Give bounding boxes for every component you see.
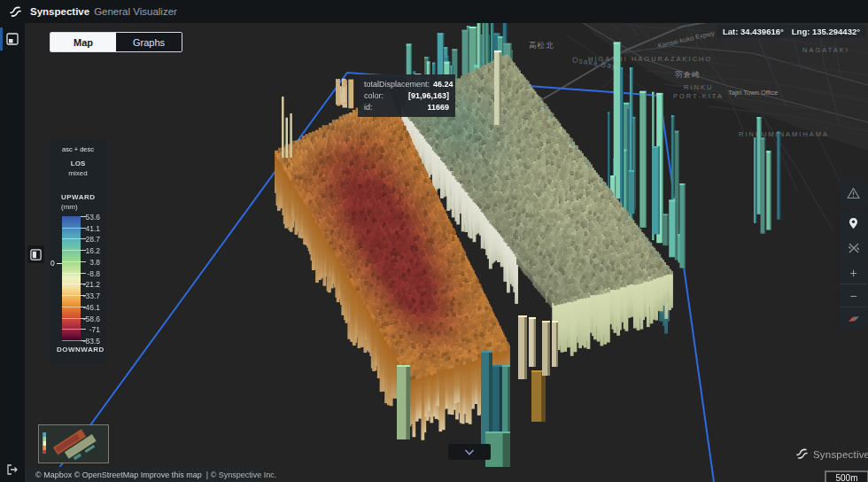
top-bar: Synspective General Visualizer — [0, 0, 868, 23]
legend-tick-label: 41.1 — [70, 224, 100, 233]
left-sidebar — [0, 23, 25, 482]
legend-segment-line — [62, 284, 81, 284]
scale-label: 500m — [835, 473, 857, 482]
legend-los-mode: mixed — [50, 169, 106, 177]
tab-map[interactable]: Map — [50, 33, 116, 51]
axes-toggle-button[interactable] — [840, 236, 867, 260]
sidebar-active-accent — [0, 27, 3, 51]
minimap[interactable] — [38, 424, 109, 463]
zoom-out-button[interactable]: − — [840, 284, 867, 307]
legend-segment-line — [62, 340, 81, 341]
attribution-synspective: | © Synspective Inc. — [206, 470, 277, 479]
legend-segment-line — [62, 318, 81, 319]
legend-tick-label: -46.1 — [70, 303, 100, 312]
legend-los: LOS — [50, 159, 106, 167]
legend-tick-label: -8.8 — [70, 269, 100, 278]
zoom-controls: + − — [840, 261, 867, 329]
legend-tick-label: -21.2 — [70, 280, 100, 289]
legend-upward-label: UPWARD — [61, 193, 96, 201]
app-title: General Visualizer — [94, 6, 177, 17]
attribution-text[interactable]: © Mapbox © OpenStreetMap Improve this ma… — [35, 470, 202, 479]
legend-segment-line — [62, 329, 81, 330]
chevron-down-icon — [464, 449, 475, 455]
legend-segment-line — [62, 250, 81, 251]
coordinates-readout: Lat: 34.439616° Lng: 135.294432° — [717, 25, 866, 38]
synspective-logo-icon — [8, 4, 23, 19]
collapse-panel-button[interactable] — [448, 444, 491, 460]
plus-label: + — [849, 266, 856, 280]
attribution-bar: © Mapbox © OpenStreetMap Improve this ma… — [25, 467, 262, 482]
tooltip-row: totalDisplacement:46.24 — [364, 79, 449, 90]
exit-icon[interactable] — [6, 463, 19, 476]
feature-tooltip: totalDisplacement:46.24color:[91,96,163]… — [358, 74, 455, 117]
zoom-in-button[interactable]: + — [840, 261, 867, 284]
legend-tick-label: 16.2 — [70, 246, 100, 255]
color-legend: asc + desc LOS mixed UPWARD (mm) 53.641.… — [50, 140, 106, 363]
legend-tick-label: 53.6 — [70, 213, 100, 222]
legend-ticks: 53.641.128.716.23.8-8.8-21.2-33.7-46.1-5… — [50, 216, 106, 340]
location-pin-icon — [848, 217, 859, 229]
minus-label: − — [849, 289, 856, 303]
legend-unit: (mm) — [61, 203, 78, 211]
app-root: Osaka Bay高松北泉町Kansai-kuko ExpwyHIGASHI H… — [0, 0, 868, 482]
layers-panel-icon[interactable] — [6, 33, 19, 45]
compass-needle-icon — [847, 312, 861, 326]
lng-value: Lng: 135.294432° — [792, 27, 860, 36]
legend-segment-line — [62, 307, 81, 307]
legend-segment-line — [62, 228, 81, 229]
expand-panel-button[interactable] — [27, 245, 44, 263]
legend-downward-label: DOWNWARD — [57, 346, 105, 354]
panel-toggle-icon — [30, 249, 42, 260]
map-mode-controls — [840, 211, 867, 260]
legend-tick-label: -71 — [70, 325, 100, 334]
lat-value: Lat: 34.439616° — [723, 27, 784, 36]
legend-segment-line — [62, 261, 81, 262]
legend-zero-label: 0 — [50, 259, 55, 268]
watermark-text: Synspective — [813, 449, 868, 460]
legend-segment-line — [62, 295, 81, 296]
view-tabs: Map Graphs — [50, 32, 182, 52]
legend-tick-label: 3.8 — [70, 258, 100, 267]
legend-segment-line — [62, 238, 81, 239]
warning-triangle-icon — [847, 187, 860, 199]
compass-button[interactable] — [840, 307, 867, 330]
legend-segment-line — [62, 273, 81, 274]
map-alert-control — [840, 179, 867, 207]
legend-tick-label: -83.5 — [70, 337, 100, 346]
alert-button[interactable] — [840, 179, 867, 207]
crossed-axes-icon — [848, 242, 860, 254]
tooltip-row: color:[91,96,163] — [364, 90, 449, 102]
minimap-content — [39, 425, 108, 463]
brand-name: Synspective — [30, 6, 89, 17]
legend-tick-label: -58.6 — [70, 315, 100, 323]
legend-tick-label: -33.7 — [70, 292, 100, 300]
map-scale: 500m — [825, 470, 868, 482]
legend-tick-label: 28.7 — [70, 235, 100, 244]
watermark: Synspective — [794, 447, 868, 462]
displacement-3d-view[interactable] — [0, 0, 868, 482]
legend-zero-dash — [57, 263, 62, 264]
locate-button[interactable] — [840, 211, 867, 236]
tooltip-row: id:11669 — [364, 102, 449, 113]
tab-graphs[interactable]: Graphs — [116, 33, 182, 51]
legend-mode: asc + desc — [50, 145, 106, 153]
synspective-watermark-icon — [794, 447, 810, 462]
